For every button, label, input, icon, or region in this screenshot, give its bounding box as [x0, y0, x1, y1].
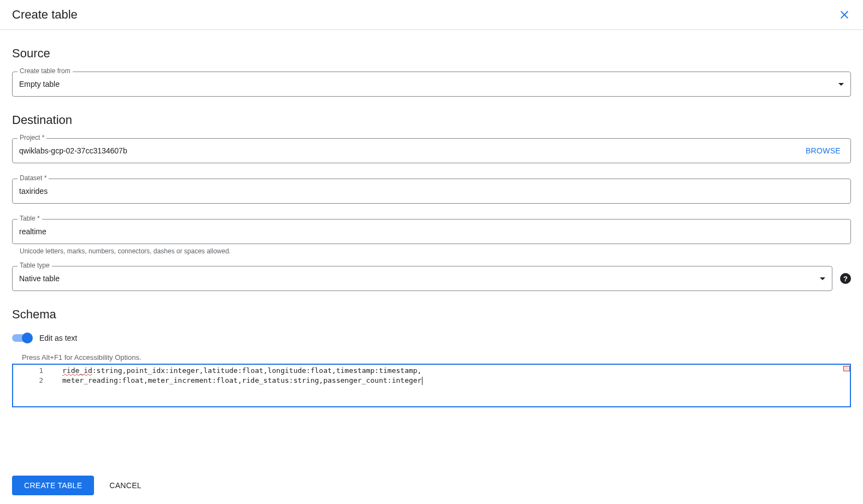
- spellcheck-squiggle: ride_id: [62, 366, 92, 375]
- dataset-input[interactable]: [12, 179, 851, 204]
- dataset-field: Dataset *: [12, 179, 851, 204]
- close-icon: [839, 9, 850, 20]
- dialog-content: Source Create table from Empty table Des…: [0, 46, 863, 451]
- dialog-title: Create table: [12, 8, 78, 22]
- table-type-select[interactable]: Native table: [12, 266, 832, 291]
- create-table-from-value: Empty table: [19, 80, 60, 88]
- line-number: 2: [13, 376, 43, 386]
- code-line: ride_id:string,point_idx:integer,latitud…: [62, 366, 842, 376]
- table-input[interactable]: [12, 219, 851, 244]
- editor-minimap[interactable]: [842, 365, 850, 406]
- help-icon[interactable]: ?: [840, 273, 851, 284]
- accessibility-hint: Press Alt+F1 for Accessibility Options.: [22, 353, 851, 361]
- table-type-value: Native table: [19, 274, 60, 283]
- editor-code-area[interactable]: ride_id:string,point_idx:integer,latitud…: [49, 365, 842, 406]
- browse-button[interactable]: BROWSE: [796, 146, 850, 155]
- project-field: Project * BROWSE: [12, 138, 851, 163]
- project-label: Project *: [17, 134, 46, 141]
- table-label: Table *: [17, 215, 42, 222]
- editor-gutter: 1 2: [13, 365, 49, 406]
- chevron-down-icon: [838, 83, 844, 86]
- project-input-wrap: BROWSE: [12, 138, 851, 163]
- table-helper-text: Unicode letters, marks, numbers, connect…: [12, 247, 851, 255]
- edit-as-text-toggle[interactable]: [12, 333, 32, 343]
- table-field: Table *: [12, 219, 851, 244]
- create-table-from-select[interactable]: Empty table: [12, 72, 851, 97]
- schema-section-title: Schema: [12, 307, 851, 322]
- dialog-header: Create table: [0, 0, 863, 30]
- code-line: meter_reading:float,meter_increment:floa…: [62, 376, 842, 386]
- line-number: 1: [13, 366, 43, 376]
- close-button[interactable]: [838, 8, 851, 21]
- table-type-row: Table type Native table ?: [12, 266, 851, 291]
- schema-editor[interactable]: 1 2 ride_id:string,point_idx:integer,lat…: [12, 364, 851, 407]
- dataset-label: Dataset *: [17, 174, 49, 182]
- toggle-thumb: [22, 333, 33, 343]
- edit-as-text-row: Edit as text: [12, 333, 851, 343]
- project-input[interactable]: [13, 139, 796, 163]
- create-table-from-label: Create table from: [17, 67, 73, 75]
- create-table-from-field: Create table from Empty table: [12, 72, 851, 97]
- text-cursor: [422, 377, 422, 385]
- source-section-title: Source: [12, 46, 851, 61]
- minimap-marker: [843, 366, 850, 371]
- edit-as-text-label: Edit as text: [39, 334, 77, 342]
- chevron-down-icon: [820, 277, 825, 280]
- destination-section-title: Destination: [12, 113, 851, 127]
- table-type-label: Table type: [17, 262, 52, 269]
- table-type-field: Table type Native table: [12, 266, 832, 291]
